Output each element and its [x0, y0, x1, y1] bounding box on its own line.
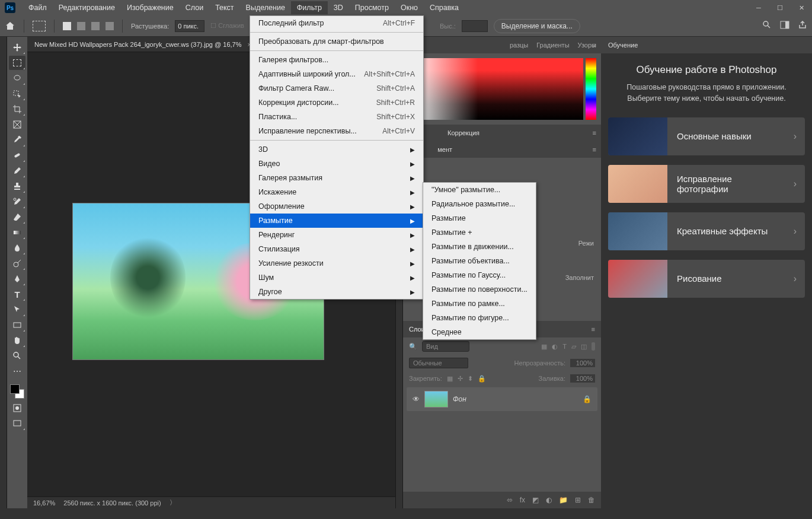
menu-adaptive-wide-angle[interactable]: Адаптивный широкий угол...Alt+Shift+Ctrl…	[250, 67, 423, 81]
menu-3d-submenu[interactable]: 3D▶	[250, 142, 423, 157]
menu-blur-submenu[interactable]: Размытие▶	[250, 214, 423, 228]
opacity-value[interactable]: 100%	[570, 359, 595, 367]
minimize-button[interactable]: ─	[748, 0, 769, 15]
blur-tool[interactable]	[9, 241, 25, 255]
menu-view[interactable]: Просмотр	[349, 1, 395, 14]
home-icon[interactable]	[5, 21, 15, 31]
menu-pixelate-submenu[interactable]: Оформление▶	[250, 199, 423, 214]
learn-tab[interactable]: Обучение	[601, 37, 812, 53]
layer-row[interactable]: 👁 Фон 🔒	[407, 387, 597, 411]
link-layers-icon[interactable]: ⬄	[507, 496, 513, 504]
menu-noise-submenu[interactable]: Шум▶	[250, 270, 423, 285]
eraser-tool[interactable]	[9, 210, 25, 224]
search-icon[interactable]	[762, 20, 772, 31]
menu-gaussian-blur[interactable]: Размытие по Гауссу...	[423, 268, 536, 282]
layer-name[interactable]: Фон	[453, 395, 466, 403]
menu-blur-more[interactable]: Размытие +	[423, 225, 536, 240]
properties-panel-tab[interactable]: мент ≡	[403, 141, 601, 158]
panel-menu-icon[interactable]: ≡	[593, 42, 596, 49]
menu-vanishing-point[interactable]: Исправление перспективы...Alt+Ctrl+V	[250, 124, 423, 138]
type-tool[interactable]: T	[9, 287, 25, 301]
edit-toolbar[interactable]: ⋯	[9, 364, 25, 378]
menu-last-filter[interactable]: Последний фильтрAlt+Ctrl+F	[250, 16, 423, 30]
menu-surface-blur[interactable]: Размытие по поверхности...	[423, 282, 536, 297]
lock-position-icon[interactable]: ✢	[458, 375, 463, 383]
color-picker-panel[interactable]	[403, 53, 601, 125]
menu-render-submenu[interactable]: Рендеринг▶	[250, 228, 423, 242]
share-icon[interactable]	[798, 20, 807, 31]
frame-tool[interactable]	[9, 117, 25, 132]
delete-layer-icon[interactable]: 🗑	[588, 496, 595, 504]
stamp-tool[interactable]	[9, 179, 25, 193]
menu-smart-blur[interactable]: "Умное" размытие...	[423, 183, 536, 197]
height-input[interactable]	[462, 20, 488, 32]
lasso-tool[interactable]	[9, 71, 25, 85]
menu-shape-blur[interactable]: Размытие по фигуре...	[423, 311, 536, 325]
menu-sharpen-submenu[interactable]: Усиление резкости▶	[250, 256, 423, 270]
close-button[interactable]: ✕	[791, 0, 812, 15]
filter-shape-icon[interactable]: ▱	[571, 343, 576, 351]
layer-filter-dropdown[interactable]: Вид	[422, 341, 469, 352]
menu-other-submenu[interactable]: Другое▶	[250, 285, 423, 299]
zoom-level[interactable]: 16,67%	[33, 499, 55, 507]
dodge-tool[interactable]	[9, 256, 25, 270]
panel-menu-icon[interactable]: ≡	[593, 146, 596, 153]
selection-mode-subtract-icon[interactable]	[91, 22, 100, 30]
menu-box-blur[interactable]: Размытие по рамке...	[423, 297, 536, 311]
menu-image[interactable]: Изображение	[121, 1, 180, 14]
healing-tool[interactable]	[9, 148, 25, 163]
menu-stylize-submenu[interactable]: Стилизация▶	[250, 242, 423, 256]
menu-convert-smart[interactable]: Преобразовать для смарт-фильтров	[250, 34, 423, 49]
learn-card-basics[interactable]: Основные навыки›	[608, 117, 805, 155]
layer-fx-icon[interactable]: fx	[520, 496, 525, 504]
fill-value[interactable]: 100%	[570, 374, 595, 383]
menu-camera-raw-filter[interactable]: Фильтр Camera Raw...Shift+Ctrl+A	[250, 81, 423, 95]
selection-mode-new-icon[interactable]	[63, 22, 71, 30]
menu-average[interactable]: Среднее	[423, 325, 536, 339]
swatches-tab[interactable]: разцы	[510, 42, 528, 49]
zoom-tool[interactable]	[9, 349, 25, 363]
panel-menu-icon[interactable]: ≡	[592, 326, 595, 333]
brush-tool[interactable]	[9, 164, 25, 178]
filter-adjustment-icon[interactable]: ◐	[552, 343, 558, 351]
menu-motion-blur[interactable]: Размытие в движении...	[423, 240, 536, 254]
filter-image-icon[interactable]: ▦	[541, 343, 547, 351]
menu-select[interactable]: Выделение	[240, 1, 291, 14]
menu-lens-correction[interactable]: Коррекция дисторсии...Shift+Ctrl+R	[250, 95, 423, 110]
color-swatches[interactable]	[9, 383, 25, 400]
menu-lens-blur[interactable]: Размытие объектива...	[423, 254, 536, 268]
marquee-preset-icon[interactable]	[33, 21, 46, 31]
workspace-switcher-icon[interactable]	[780, 20, 789, 31]
correction-panel-tab[interactable]: Коррекция ≡	[403, 125, 601, 141]
hand-tool[interactable]	[9, 333, 25, 348]
menu-type[interactable]: Текст	[209, 1, 239, 14]
filter-type-icon[interactable]: T	[562, 343, 567, 350]
crop-tool[interactable]	[9, 102, 25, 116]
menu-window[interactable]: Окно	[395, 1, 424, 14]
quick-select-tool[interactable]	[9, 87, 25, 101]
learn-card-creative[interactable]: Креативные эффекты›	[608, 212, 805, 250]
learn-card-drawing[interactable]: Рисование›	[608, 260, 805, 298]
hue-slider[interactable]	[586, 58, 596, 120]
menu-3d[interactable]: 3D	[328, 1, 349, 14]
history-brush-tool[interactable]	[9, 195, 25, 209]
menu-filter-gallery[interactable]: Галерея фильтров...	[250, 53, 423, 67]
learn-card-photo-fix[interactable]: Исправление фотографии›	[608, 165, 805, 203]
blend-mode-dropdown[interactable]: Обычные	[409, 358, 468, 368]
path-select-tool[interactable]	[9, 303, 25, 317]
filter-toggle[interactable]	[592, 342, 595, 351]
gradient-tool[interactable]	[9, 225, 25, 240]
menu-help[interactable]: Справка	[424, 1, 465, 14]
lock-pixels-icon[interactable]: ▦	[447, 375, 453, 383]
color-spectrum[interactable]	[408, 58, 583, 120]
menu-liquify[interactable]: Пластика...Shift+Ctrl+X	[250, 110, 423, 124]
lock-all-icon[interactable]: 🔒	[478, 375, 486, 383]
eyedropper-tool[interactable]	[9, 133, 25, 147]
menu-edit[interactable]: Редактирование	[53, 1, 121, 14]
lock-artboard-icon[interactable]: ⬍	[468, 375, 473, 383]
maximize-button[interactable]: ☐	[769, 0, 791, 15]
menu-blur-gallery-submenu[interactable]: Галерея размытия▶	[250, 171, 423, 185]
gradients-tab[interactable]: Градиенты	[536, 42, 569, 49]
menu-radial-blur[interactable]: Радиальное размытие...	[423, 197, 536, 211]
adjustment-layer-icon[interactable]: ◐	[546, 496, 552, 504]
